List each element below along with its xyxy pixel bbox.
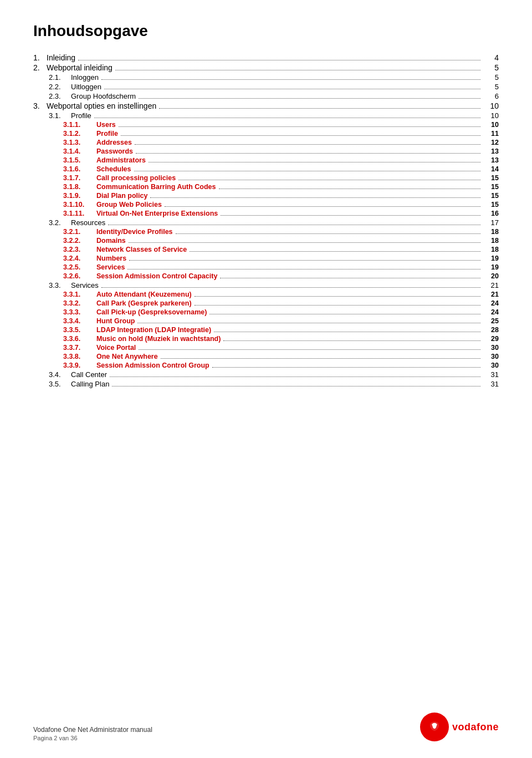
toc-item: 3.1.9.Dial Plan policy15 bbox=[33, 192, 499, 200]
toc-dots bbox=[139, 349, 480, 350]
toc-page: 14 bbox=[483, 165, 499, 173]
toc-label: Webportal opties en instellingen bbox=[47, 101, 156, 110]
toc-num: 3.2. bbox=[49, 218, 71, 227]
toc-num: 3.3.3. bbox=[63, 308, 96, 316]
toc-num: 3.1.6. bbox=[63, 165, 96, 173]
toc-page: 28 bbox=[483, 326, 499, 334]
toc-item: 3.1.5.Administrators13 bbox=[33, 156, 499, 164]
toc-num: 2.3. bbox=[49, 92, 71, 100]
toc-page: 17 bbox=[483, 218, 499, 227]
toc-num: 3.1.7. bbox=[63, 174, 96, 182]
toc-page: 4 bbox=[483, 53, 499, 62]
toc-num: 3.1.1. bbox=[63, 121, 96, 129]
toc-label: LDAP Integration (LDAP Integratie) bbox=[96, 326, 211, 334]
toc-label: Services bbox=[96, 263, 125, 271]
toc-page: 30 bbox=[483, 353, 499, 360]
toc-item: 3.3.3.Call Pick-up (Gespreksovername)24 bbox=[33, 308, 499, 316]
toc-dots bbox=[190, 251, 480, 252]
toc-num: 3. bbox=[33, 101, 47, 110]
toc-num: 3.1.10. bbox=[63, 201, 96, 208]
toc-dots bbox=[119, 126, 480, 127]
toc-page: 19 bbox=[483, 255, 499, 262]
toc-num: 3.3.4. bbox=[63, 317, 96, 325]
toc-page: 19 bbox=[483, 263, 499, 271]
toc-container: 1.Inleiding42.Webportal inleiding52.1.In… bbox=[33, 53, 499, 388]
toc-page: 10 bbox=[483, 101, 499, 110]
toc-num: 3.3.1. bbox=[63, 291, 96, 298]
toc-label: Domains bbox=[96, 237, 126, 245]
toc-num: 3.1.4. bbox=[63, 147, 96, 155]
toc-item: 3.2.3.Network Classes of Service18 bbox=[33, 246, 499, 253]
toc-page: 30 bbox=[483, 362, 499, 369]
toc-item: 3.3.1.Auto Attendant (Keuzemenu)21 bbox=[33, 291, 499, 298]
footer: Vodafone One Net Administrator manual Pa… bbox=[0, 713, 532, 741]
toc-item: 3.3.4.Hunt Group25 bbox=[33, 317, 499, 325]
toc-dots bbox=[139, 98, 480, 99]
toc-page: 29 bbox=[483, 335, 499, 343]
toc-label: Communication Barring Auth Codes bbox=[96, 183, 216, 191]
toc-dots bbox=[214, 332, 480, 332]
toc-label: One Net Anywhere bbox=[96, 353, 158, 360]
toc-dots bbox=[219, 189, 480, 189]
toc-item: 3.3.5.LDAP Integration (LDAP Integratie)… bbox=[33, 326, 499, 334]
toc-item: 2.3.Group Hoofdscherm6 bbox=[33, 92, 499, 100]
toc-label: Numbers bbox=[96, 255, 126, 262]
toc-label: Users bbox=[96, 121, 116, 129]
toc-label: Call Park (Gesprek parkeren) bbox=[96, 299, 192, 307]
toc-dots bbox=[94, 118, 480, 118]
toc-num: 3.2.4. bbox=[63, 255, 96, 262]
toc-num: 3.5. bbox=[49, 380, 71, 388]
toc-label: Addresses bbox=[96, 139, 132, 146]
toc-dots bbox=[209, 314, 480, 314]
vodafone-text: vodafone bbox=[452, 721, 499, 733]
toc-num: 2. bbox=[33, 63, 47, 72]
toc-num: 3.1.11. bbox=[63, 210, 96, 217]
toc-item: 3.1.Profile10 bbox=[33, 111, 499, 120]
vodafone-logo: vodafone bbox=[420, 713, 499, 741]
toc-page: 21 bbox=[483, 291, 499, 298]
toc-num: 1. bbox=[33, 53, 47, 62]
toc-label: Profile bbox=[96, 130, 118, 138]
toc-label: Resources bbox=[71, 218, 105, 227]
toc-page: 13 bbox=[483, 147, 499, 155]
toc-dots bbox=[101, 79, 480, 80]
toc-num: 3.3.8. bbox=[63, 353, 96, 360]
toc-item: 2.2.Uitloggen5 bbox=[33, 83, 499, 91]
toc-item: 3.1.3.Addresses12 bbox=[33, 139, 499, 146]
toc-label: Call Pick-up (Gespreksovername) bbox=[96, 308, 207, 316]
toc-dots bbox=[178, 180, 480, 180]
toc-label: Services bbox=[71, 281, 99, 289]
toc-page: 30 bbox=[483, 344, 499, 352]
toc-label: Session Admission Control Capacity bbox=[96, 272, 217, 280]
toc-page: 10 bbox=[483, 121, 499, 129]
toc-item: 3.3.7.Voice Portal30 bbox=[33, 344, 499, 352]
toc-page: 18 bbox=[483, 237, 499, 245]
toc-item: 3.1.11.Virtual On-Net Enterprise Extensi… bbox=[33, 210, 499, 217]
toc-item: 2.Webportal inleiding5 bbox=[33, 63, 499, 72]
toc-num: 3.3.7. bbox=[63, 344, 96, 352]
toc-page: 15 bbox=[483, 174, 499, 182]
toc-item: 3.1.4.Passwords13 bbox=[33, 147, 499, 155]
toc-item: 3.2.2.Domains18 bbox=[33, 237, 499, 245]
toc-label: Group Web Policies bbox=[96, 201, 162, 208]
toc-label: Network Classes of Service bbox=[96, 246, 187, 253]
toc-item: 3.2.5.Services19 bbox=[33, 263, 499, 271]
toc-label: Webportal inleiding bbox=[47, 63, 112, 72]
toc-num: 3.3.9. bbox=[63, 362, 96, 369]
toc-item: 2.1.Inloggen5 bbox=[33, 73, 499, 82]
toc-item: 3.3.6.Music on hold (Muziek in wachtstan… bbox=[33, 335, 499, 343]
toc-num: 3.3. bbox=[49, 281, 71, 289]
toc-page: 24 bbox=[483, 299, 499, 307]
toc-item: 3.3.9.Session Admission Control Group30 bbox=[33, 362, 499, 369]
toc-label: Schedules bbox=[96, 165, 131, 173]
toc-page: 31 bbox=[483, 370, 499, 379]
toc-num: 3.1.8. bbox=[63, 183, 96, 191]
toc-item: 3.1.10.Group Web Policies15 bbox=[33, 201, 499, 208]
toc-item: 3.3.2.Call Park (Gesprek parkeren)24 bbox=[33, 299, 499, 307]
toc-dots bbox=[108, 225, 480, 225]
toc-page: 15 bbox=[483, 192, 499, 200]
toc-dots bbox=[112, 386, 480, 386]
toc-page: 15 bbox=[483, 183, 499, 191]
toc-dots bbox=[165, 206, 480, 207]
toc-label: Profile bbox=[71, 111, 91, 120]
